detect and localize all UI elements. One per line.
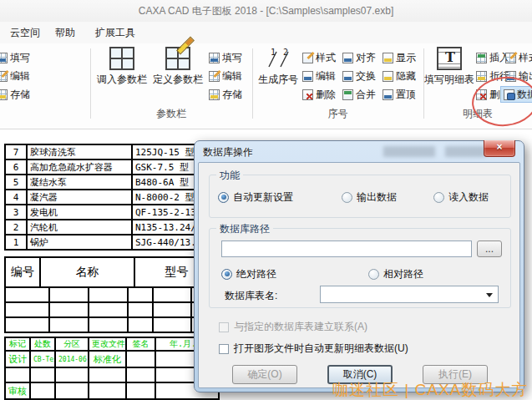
generate-serial-button[interactable]: 1 2 生成序号 — [256, 47, 301, 87]
bom-table: 7胶球清洗泵125JQ-15 型 6高加危急疏水扩容器GSK-7.5 型 5凝结… — [4, 144, 220, 251]
button-label: 填写明细表 — [424, 73, 474, 87]
leader-edit-icon — [302, 71, 313, 82]
leader-swap-icon — [342, 71, 353, 82]
serial-align-button[interactable]: 对齐 — [342, 50, 376, 65]
ok-button[interactable]: 确定(O) — [232, 365, 297, 384]
button-label: 对齐 — [356, 51, 376, 65]
button-label: 交换 — [356, 69, 376, 84]
button-label: 调入参数栏 — [97, 73, 147, 87]
parambar-edit-button[interactable]: 编辑 — [209, 68, 242, 84]
bom-style-button[interactable]: 样式 — [505, 50, 532, 65]
button-label: 合并 — [356, 88, 376, 102]
group-label-serial: 序号 — [252, 107, 423, 121]
table-row: 3发电机QF-135-2-13.8 — [5, 205, 219, 220]
titlebar: CAXA CAD 电子图板 2018 - [C:\Samples\samples… — [0, 0, 532, 22]
define-parambar-button[interactable]: 定义参数栏 — [150, 47, 205, 87]
checkbox-label: 打开图形文件时自动更新明细表数据(U) — [234, 342, 408, 356]
close-button[interactable]: × — [484, 140, 515, 157]
fill-bom-button[interactable]: 填写明细表 — [425, 47, 474, 87]
serial-top-button[interactable]: 置顶 — [383, 87, 416, 102]
edit-icon — [0, 71, 8, 82]
titleblock-edit-button[interactable]: 编辑 — [0, 68, 30, 84]
leader-pencil-icon — [302, 53, 313, 63]
button-label: 样式 — [519, 51, 532, 65]
browse-label: ... — [485, 243, 494, 255]
leader-delete-icon — [302, 89, 313, 100]
menu-help[interactable]: 帮助 — [50, 25, 80, 40]
radio-selected-icon — [221, 269, 232, 280]
leader-show-icon — [383, 53, 393, 63]
button-label: 定义参数栏 — [153, 73, 203, 87]
tablename-label: 数据库表名: — [225, 289, 277, 303]
svg-text:1: 1 — [271, 48, 276, 57]
radio-read-data[interactable]: 读入数据 — [433, 190, 489, 204]
table-row: 5凝结水泵B480-6A 型 — [5, 175, 219, 190]
parambar-save-button[interactable]: 存储 — [209, 87, 242, 102]
dialog-body: 功能 自动更新设置 输出数据 读入数据 数据库路径 ... — [198, 162, 520, 388]
button-label: 样式 — [316, 51, 336, 65]
grid-pencil-icon — [165, 47, 190, 70]
titleblock-fill-button[interactable]: 填写 — [0, 50, 30, 65]
serial-style-button[interactable]: 样式 — [302, 50, 336, 65]
button-label: 编辑 — [10, 69, 30, 84]
bom-insert-button[interactable]: 插入 — [476, 50, 509, 65]
load-parambar-button[interactable]: 调入参数栏 — [95, 47, 149, 87]
browse-button[interactable]: ... — [477, 241, 502, 257]
checkbox-icon — [219, 344, 229, 354]
titleblock-grid — [4, 286, 220, 333]
parambar-fill-button[interactable]: 填写 — [209, 50, 242, 65]
serial-hide-button[interactable]: 隐藏 — [383, 68, 416, 84]
parameter-grid-icon — [109, 47, 134, 70]
table-row: 2汽轮机N135-13.24/535 — [5, 220, 219, 235]
checkbox-label: 与指定的数据库表建立联系(A) — [234, 320, 367, 334]
table-row: 4凝汽器N-8000-2 型 — [5, 190, 219, 205]
tablename-combobox[interactable] — [320, 286, 499, 303]
titleblock-revision: 标记 处数 分区 更改文件号 签名 年.月.日 设计 CB-Tester 201… — [4, 337, 220, 400]
radio-icon — [433, 192, 444, 203]
checkbox-auto-update-on-open[interactable]: 打开图形文件时自动更新明细表数据(U) — [219, 342, 408, 356]
checkbox-icon — [219, 322, 229, 332]
watermark-text: 咖迷社区 | CAXA数码大方 — [332, 379, 528, 400]
menu-exttools[interactable]: 扩展工具 — [90, 25, 140, 40]
leader-hide-icon — [383, 71, 393, 82]
serial-swap-button[interactable]: 交换 — [342, 68, 376, 84]
button-label: 删除 — [316, 88, 336, 102]
radio-icon — [342, 192, 352, 203]
combobox-value — [321, 289, 326, 301]
leader-merge-icon — [342, 89, 353, 100]
titleblock-save-button[interactable]: 存储 — [0, 87, 30, 102]
checkbox-link-table[interactable]: 与指定的数据库表建立联系(A) — [219, 320, 367, 334]
bom-header: 编号 名称 型号 — [4, 256, 220, 288]
button-label: 编辑 — [316, 69, 336, 84]
radio-label: 读入数据 — [448, 190, 489, 205]
serial-merge-button[interactable]: 合并 — [342, 87, 376, 102]
application-window: CAXA CAD 电子图板 2018 - [C:\Samples\samples… — [0, 0, 532, 400]
radio-label: 绝对路径 — [236, 267, 276, 281]
bom-table-icon — [437, 47, 462, 70]
radio-selected-icon — [218, 192, 229, 203]
serial-delete-button[interactable]: 删除 — [302, 87, 336, 102]
table-row: 7胶球清洗泵125JQ-15 型 — [5, 144, 219, 159]
radio-auto-update[interactable]: 自动更新设置 — [218, 190, 293, 204]
radio-output-data[interactable]: 输出数据 — [342, 190, 397, 204]
button-label: 填写 — [222, 51, 242, 65]
leader-top-icon — [383, 89, 393, 100]
radio-relative-path[interactable]: 相对路径 — [368, 267, 423, 281]
path-input[interactable] — [221, 241, 472, 257]
radio-label: 自动更新设置 — [233, 190, 293, 205]
svg-text:2: 2 — [283, 48, 288, 57]
serial-show-button[interactable]: 显示 — [383, 50, 416, 65]
table-wrap-icon — [476, 71, 487, 82]
radio-label: 输出数据 — [357, 190, 397, 205]
serial-12-icon: 1 2 — [264, 47, 292, 70]
menubar: 云空间 帮助 扩展工具 — [0, 22, 532, 43]
glass-reflection — [383, 146, 435, 157]
button-label: 执行(E) — [438, 368, 472, 380]
menu-cloud[interactable]: 云空间 — [5, 25, 45, 40]
path-groupbox: 数据库路径 ... 绝对路径 相对路径 数据库表名: — [209, 228, 511, 308]
serial-edit-button[interactable]: 编辑 — [302, 68, 336, 84]
function-groupbox: 功能 自动更新设置 输出数据 读入数据 — [209, 175, 511, 218]
group-label-parambar: 参数栏 — [90, 107, 252, 121]
button-label: 生成序号 — [258, 73, 298, 87]
radio-absolute-path[interactable]: 绝对路径 — [221, 267, 276, 281]
